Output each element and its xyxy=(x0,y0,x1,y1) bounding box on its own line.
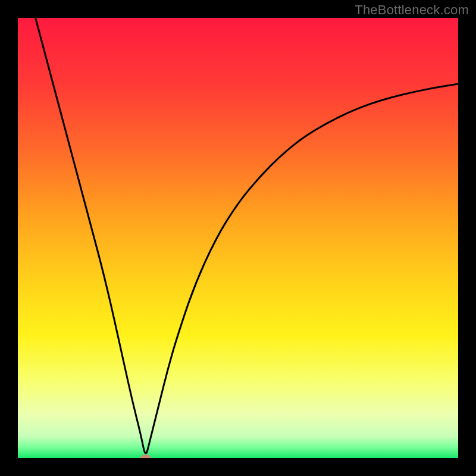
watermark-label: TheBottleneck.com xyxy=(355,2,469,18)
plot-area xyxy=(18,18,458,458)
chart-frame: TheBottleneck.com xyxy=(0,0,476,476)
optimal-point-marker xyxy=(140,455,151,458)
bottleneck-curve xyxy=(18,18,458,458)
